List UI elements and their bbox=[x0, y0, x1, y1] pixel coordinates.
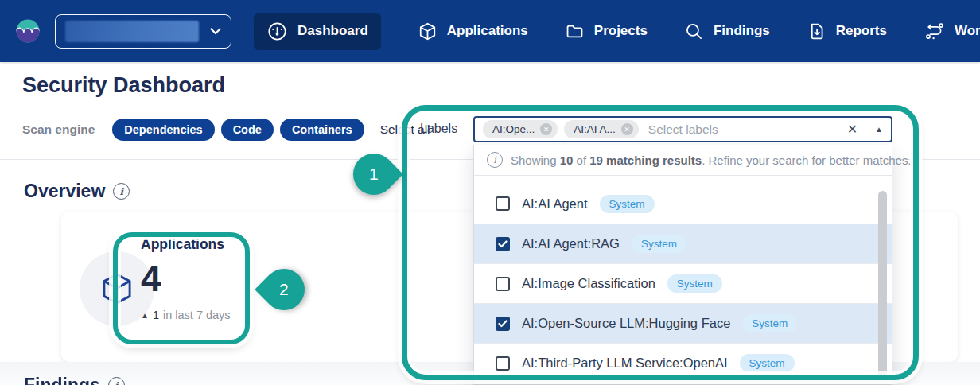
nav-label: Dashboard bbox=[298, 23, 368, 39]
nav-item-findings[interactable]: Findings bbox=[684, 21, 770, 41]
stat-delta: ▲ 1 in last 7 days bbox=[141, 309, 231, 321]
system-badge: System bbox=[600, 195, 655, 213]
labels-placeholder[interactable]: Select labels bbox=[648, 122, 847, 137]
workflow-icon bbox=[924, 21, 945, 41]
overview-heading: Overview i bbox=[24, 181, 130, 202]
collapse-dropdown-icon[interactable]: ▲ bbox=[875, 126, 883, 134]
nav-label: Findings bbox=[714, 23, 770, 39]
check-icon bbox=[498, 320, 508, 328]
checkbox-checked[interactable] bbox=[496, 237, 510, 251]
system-badge: System bbox=[632, 235, 686, 253]
scan-engine-pill-code[interactable]: Code bbox=[221, 119, 274, 141]
scan-engine-pill-dependencies[interactable]: Dependencies bbox=[112, 119, 214, 141]
nav-label: Applications bbox=[447, 23, 528, 39]
labels-multiselect-input[interactable]: AI:Ope... ✕ AI:AI A... ✕ Select labels ✕… bbox=[473, 116, 892, 142]
system-badge: System bbox=[742, 314, 797, 332]
label-chip[interactable]: AI:AI A... ✕ bbox=[564, 120, 639, 138]
main-nav: Dashboard Applications Projects Findings bbox=[254, 13, 980, 50]
findings-heading: Findings i bbox=[24, 375, 125, 385]
nav-item-applications[interactable]: Applications bbox=[418, 21, 528, 41]
info-icon: i bbox=[487, 152, 503, 168]
info-icon[interactable]: i bbox=[113, 183, 130, 200]
label-chip-text: AI:AI A... bbox=[574, 123, 616, 135]
nav-item-reports[interactable]: Reports bbox=[807, 21, 887, 41]
label-option-text: AI:AI Agent bbox=[522, 196, 588, 212]
cube-icon bbox=[99, 270, 135, 307]
report-download-icon bbox=[807, 21, 826, 41]
page-title: Security Dashboard bbox=[22, 73, 225, 98]
label-option-row[interactable]: AI:AI Agent System bbox=[474, 184, 892, 224]
nav-label: Projects bbox=[594, 23, 648, 39]
label-option-text: AI:Open-Source LLM:Hugging Face bbox=[522, 316, 730, 331]
delta-value: 1 bbox=[153, 309, 159, 321]
label-option-row[interactable]: AI:AI Agent:RAG System bbox=[474, 224, 892, 263]
org-selector-dropdown[interactable] bbox=[55, 14, 231, 49]
nav-label: Reports bbox=[836, 23, 887, 39]
system-badge: System bbox=[667, 274, 722, 293]
cube-icon bbox=[418, 21, 438, 41]
labels-field-label: Labels bbox=[420, 122, 457, 136]
scan-engine-filter-row: Scan engine Dependencies Code Containers… bbox=[22, 117, 430, 142]
overview-heading-text: Overview bbox=[24, 181, 105, 202]
nav-item-projects[interactable]: Projects bbox=[565, 21, 648, 41]
label-chip-text: AI:Ope... bbox=[492, 123, 535, 135]
scan-engine-label: Scan engine bbox=[22, 122, 95, 137]
nav-label: Workflows bbox=[955, 23, 980, 39]
stat-value: 4 bbox=[141, 260, 231, 297]
top-navbar: Dashboard Applications Projects Findings bbox=[0, 0, 980, 62]
folder-icon bbox=[565, 21, 585, 41]
increase-arrow-icon: ▲ bbox=[141, 311, 149, 320]
org-name-redacted bbox=[65, 21, 199, 42]
search-icon bbox=[684, 21, 704, 41]
scan-engine-pill-containers[interactable]: Containers bbox=[280, 119, 364, 141]
delta-suffix: in last 7 days bbox=[163, 309, 231, 321]
label-chip[interactable]: AI:Ope... ✕ bbox=[483, 120, 558, 138]
clear-selection-icon[interactable]: ✕ bbox=[847, 123, 858, 136]
label-options-list: AI:AI Agent System AI:AI Agent:RAG Syste… bbox=[474, 176, 892, 383]
labels-dropdown-panel: i Showing 10 of 19 matching results. Ref… bbox=[473, 145, 892, 385]
dropdown-scrollbar[interactable] bbox=[878, 191, 887, 380]
checkbox-checked[interactable] bbox=[496, 317, 510, 331]
label-option-row[interactable]: AI:Open-Source LLM:Hugging Face System bbox=[474, 303, 892, 343]
chevron-down-icon bbox=[210, 28, 221, 35]
label-option-text: AI:Image Classification bbox=[522, 276, 655, 291]
nav-item-dashboard[interactable]: Dashboard bbox=[254, 13, 381, 50]
label-option-row[interactable]: AI:Third-Party LLM Service:OpenAI System bbox=[474, 343, 892, 383]
annotation-step-1-marker: 1 bbox=[344, 145, 403, 204]
findings-heading-text: Findings bbox=[24, 375, 100, 385]
results-info-bar: i Showing 10 of 19 matching results. Ref… bbox=[474, 145, 892, 176]
checkbox-unchecked[interactable] bbox=[496, 356, 510, 371]
label-option-text: AI:Third-Party LLM Service:OpenAI bbox=[522, 356, 728, 371]
chip-remove-icon[interactable]: ✕ bbox=[540, 123, 552, 135]
results-info-text: Showing 10 of 19 matching results. Refin… bbox=[511, 154, 912, 167]
info-icon[interactable]: i bbox=[108, 377, 125, 385]
check-icon bbox=[498, 240, 508, 248]
label-option-row[interactable]: AI:Image Classification System bbox=[474, 263, 892, 303]
applications-stat: Applications 4 ▲ 1 in last 7 days bbox=[141, 236, 231, 321]
annotation-step-number: 1 bbox=[369, 165, 379, 184]
checkbox-unchecked[interactable] bbox=[496, 277, 510, 291]
nav-item-workflows[interactable]: Workflows bbox=[924, 21, 980, 41]
dashboard-gauge-icon bbox=[266, 21, 288, 42]
system-badge: System bbox=[740, 354, 795, 372]
stat-title: Applications bbox=[141, 236, 231, 253]
mend-logo-icon[interactable] bbox=[14, 18, 41, 45]
chip-remove-icon[interactable]: ✕ bbox=[621, 123, 633, 135]
label-option-text: AI:AI Agent:RAG bbox=[522, 236, 620, 251]
checkbox-unchecked[interactable] bbox=[496, 196, 510, 211]
